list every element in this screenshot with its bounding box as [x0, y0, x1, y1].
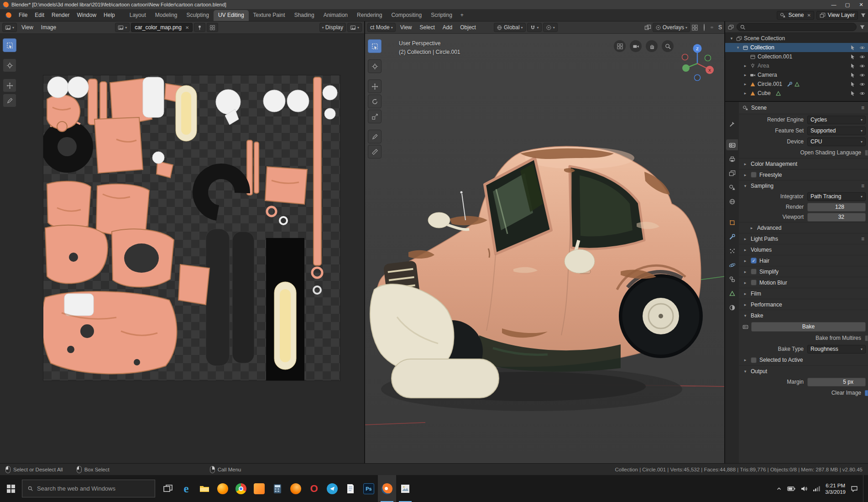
move-tool[interactable] — [368, 79, 382, 93]
rotate-tool[interactable] — [368, 95, 382, 108]
taskbar-search-box[interactable]: Search the web and Windows — [22, 480, 155, 497]
tab-physics[interactable] — [726, 259, 738, 270]
taskbar-file-explorer[interactable] — [195, 475, 214, 502]
hide-eye-icon[interactable] — [859, 54, 865, 60]
editor-type-selector[interactable]: ▾ — [2, 23, 17, 32]
selectable-icon[interactable] — [850, 45, 856, 51]
shading-rendered-button[interactable] — [714, 26, 717, 28]
tray-expand-icon[interactable] — [776, 486, 782, 492]
workspace-tab-animation[interactable]: Animation — [319, 10, 352, 21]
outliner-search-field[interactable] — [737, 23, 857, 31]
view3d-menu-object[interactable]: Object — [457, 21, 479, 33]
uv-annotate-tool[interactable] — [3, 94, 16, 107]
panel-film[interactable]: ▸Film — [739, 288, 868, 299]
workspace-tab-scripting[interactable]: Scripting — [426, 10, 457, 21]
tab-world[interactable] — [726, 196, 738, 207]
taskbar-telegram[interactable] — [323, 475, 341, 502]
freestyle-checkbox[interactable] — [751, 172, 757, 178]
blender-menu-icon[interactable] — [2, 9, 15, 21]
selectable-icon[interactable] — [850, 54, 856, 60]
panel-performance[interactable]: ▸Performance — [739, 299, 868, 310]
unlink-image-icon[interactable]: ✕ — [184, 25, 189, 30]
close-button[interactable]: ✕ — [854, 0, 868, 9]
uv-cursor-tool[interactable] — [3, 58, 16, 72]
device-select[interactable]: CPU▾ — [807, 137, 866, 146]
zoom-view-button[interactable] — [662, 40, 674, 52]
image-settings-dropdown[interactable]: ▾ — [347, 23, 362, 32]
gizmos-toggle-icon[interactable] — [691, 24, 698, 31]
outliner-item-collection[interactable]: ▾ Collection — [725, 43, 868, 52]
menu-edit[interactable]: Edit — [31, 9, 48, 21]
panel-light-paths[interactable]: ▸Light Paths≡ — [739, 233, 868, 244]
perspective-toggle-button[interactable] — [614, 40, 626, 52]
bake-type-select[interactable]: Roughness▾ — [807, 345, 866, 354]
osl-checkbox[interactable] — [865, 150, 868, 156]
measure-tool[interactable] — [368, 145, 382, 159]
display-dropdown[interactable]: ▾Display — [319, 23, 346, 32]
panel-bake[interactable]: ▾Bake — [739, 310, 868, 321]
expand-icon[interactable]: ▾ — [729, 36, 734, 41]
integrator-select[interactable]: Path Tracing▾ — [807, 192, 866, 201]
expand-icon[interactable]: ▸ — [743, 63, 748, 68]
outliner-item-scene-collection[interactable]: ▾ Scene Collection — [725, 34, 868, 43]
tab-object[interactable] — [726, 217, 738, 228]
panel-motion-blur[interactable]: ▸Motion Blur — [739, 277, 868, 288]
panel-freestyle[interactable]: ▸Freestyle — [739, 169, 868, 180]
task-view-button[interactable] — [159, 475, 177, 502]
taskbar-blender[interactable] — [378, 475, 396, 502]
menu-file[interactable]: File — [15, 9, 31, 21]
hide-eye-icon[interactable] — [859, 90, 865, 96]
overlays-dropdown[interactable]: Overlays▾ — [653, 23, 690, 32]
workspace-tab-texture-paint[interactable]: Texture Paint — [249, 10, 290, 21]
start-button[interactable] — [0, 475, 22, 502]
taskbar-photos[interactable] — [396, 475, 414, 502]
workspace-tab-sculpting[interactable]: Sculpting — [182, 10, 214, 21]
panel-hair[interactable]: ▸✓Hair — [739, 255, 868, 266]
camera-view-button[interactable] — [630, 40, 642, 52]
view3d-menu-add[interactable]: Add — [439, 21, 455, 33]
scale-tool[interactable] — [368, 110, 382, 123]
minimize-button[interactable]: — — [827, 0, 841, 9]
menu-window[interactable]: Window — [73, 9, 100, 21]
panel-color-management[interactable]: ▸Color Management — [739, 158, 868, 169]
expand-icon[interactable]: ▾ — [735, 45, 741, 50]
viewport-canvas[interactable]: User Perspective (2) Collection | Circle… — [365, 34, 724, 463]
sampling-presets-icon[interactable]: ≡ — [861, 183, 864, 189]
bake-from-multires-checkbox[interactable] — [865, 335, 868, 341]
taskbar-calculator[interactable] — [268, 475, 287, 502]
pan-view-button[interactable] — [646, 40, 658, 52]
view3d-menu-select[interactable]: Select — [417, 21, 438, 33]
tab-render[interactable] — [726, 139, 738, 150]
shading-solid-button[interactable] — [707, 26, 710, 28]
taskbar-firefox[interactable] — [214, 475, 232, 502]
motion-blur-checkbox[interactable] — [751, 280, 757, 285]
taskbar-edge[interactable]: e — [177, 475, 195, 502]
uv-texture-image[interactable] — [43, 75, 340, 380]
selected-to-active-row[interactable]: ▸Selected to Active — [739, 354, 868, 365]
expand-icon[interactable]: ▸ — [743, 91, 748, 95]
expand-icon[interactable]: ▸ — [743, 73, 748, 77]
shading-wireframe-button[interactable] — [702, 23, 706, 32]
xray-toggle-icon[interactable] — [644, 24, 651, 31]
transform-orientation-dropdown[interactable]: Global▾ — [494, 23, 526, 32]
expand-icon[interactable]: ▸ — [743, 82, 748, 86]
workspace-tab-compositing[interactable]: Compositing — [387, 10, 426, 21]
workspace-tab-rendering[interactable]: Rendering — [352, 10, 387, 21]
workspace-tab-shading[interactable]: Shading — [290, 10, 319, 21]
selected-to-active-checkbox[interactable] — [751, 357, 757, 363]
uv-select-box-tool[interactable] — [3, 38, 16, 52]
unlink-scene-icon[interactable]: ✕ — [806, 13, 810, 18]
hide-eye-icon[interactable] — [859, 45, 865, 51]
hide-eye-icon[interactable] — [859, 63, 865, 69]
tab-particles[interactable] — [726, 245, 738, 256]
uv-menu-image[interactable]: Image — [38, 21, 59, 33]
show-desktop-button[interactable] — [863, 475, 865, 502]
annotate-tool[interactable] — [368, 130, 382, 143]
feature-set-select[interactable]: Supported▾ — [807, 127, 866, 135]
outliner-item-camera[interactable]: ▸ Camera — [725, 70, 868, 79]
image-pack-button[interactable] — [207, 23, 218, 32]
tab-object-data[interactable] — [726, 288, 738, 299]
navigation-gizmo[interactable]: Z X — [678, 43, 717, 82]
battery-icon[interactable] — [787, 486, 795, 491]
workspace-tab-modeling[interactable]: Modeling — [151, 10, 182, 21]
